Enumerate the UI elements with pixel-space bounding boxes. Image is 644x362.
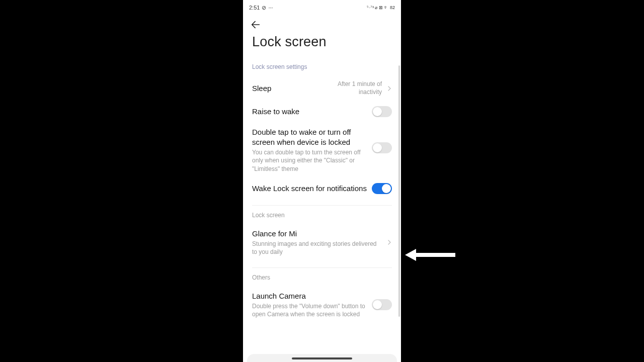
row-label: Wake Lock screen for notifications: [252, 184, 367, 194]
row-label: Sleep: [252, 83, 316, 94]
row-label: Glance for Mi: [252, 229, 382, 239]
more-icon: ···: [268, 5, 273, 11]
row-glance-for-mi[interactable]: Glance for Mi Stunning images and exciti…: [252, 224, 392, 261]
status-time: 2:51: [249, 5, 260, 11]
back-icon[interactable]: [250, 19, 261, 30]
svg-marker-1: [405, 249, 416, 261]
settings-list: Lock screen settings Sleep After 1 minut…: [243, 60, 401, 362]
home-indicator[interactable]: [292, 357, 352, 359]
toggle-wake-notifications[interactable]: [372, 183, 392, 194]
row-label: Raise to wake: [252, 107, 367, 117]
row-sublabel: You can double tap to turn the screen of…: [252, 148, 367, 173]
row-label: Double tap to wake or turn off screen wh…: [252, 127, 367, 147]
row-launch-camera[interactable]: Launch Camera Double press the "Volume d…: [252, 286, 392, 324]
section-header-lockscreen-settings: Lock screen settings: [252, 60, 392, 75]
toggle-raise-to-wake[interactable]: [372, 106, 392, 117]
row-wake-for-notifications[interactable]: Wake Lock screen for notifications: [252, 178, 392, 199]
chevron-right-icon: [387, 86, 392, 91]
toggle-double-tap[interactable]: [372, 142, 392, 153]
row-double-tap[interactable]: Double tap to wake or turn off screen wh…: [252, 122, 392, 178]
row-value: After 1 minute of inactivity: [321, 80, 382, 96]
status-bar: 2:51 ⊘ ··· ⁵·⁷³ ⌀ ⊠ ᯤ 82: [243, 0, 401, 15]
chevron-right-icon: [387, 240, 392, 245]
dnd-icon: ⊘: [262, 5, 266, 11]
row-label: Launch Camera: [252, 291, 367, 301]
section-header-lockscreen: Lock screen: [252, 209, 392, 224]
phone-frame: 2:51 ⊘ ··· ⁵·⁷³ ⌀ ⊠ ᯤ 82 Lock screen Loc…: [243, 0, 401, 362]
annotation-arrow: [405, 247, 455, 262]
row-raise-to-wake[interactable]: Raise to wake: [252, 101, 392, 122]
section-header-others: Others: [252, 271, 392, 286]
row-sleep[interactable]: Sleep After 1 minute of inactivity: [252, 75, 392, 101]
status-right-cluster: ⁵·⁷³ ⌀ ⊠ ᯤ 82: [367, 5, 395, 10]
toggle-launch-camera[interactable]: [372, 299, 392, 310]
divider: [252, 267, 392, 268]
divider: [252, 205, 392, 206]
row-sublabel: Stunning images and exciting stories del…: [252, 240, 382, 256]
row-sublabel: Double press the "Volume down" button to…: [252, 302, 367, 318]
page-title: Lock screen: [243, 30, 401, 58]
scrollbar[interactable]: [398, 65, 400, 317]
